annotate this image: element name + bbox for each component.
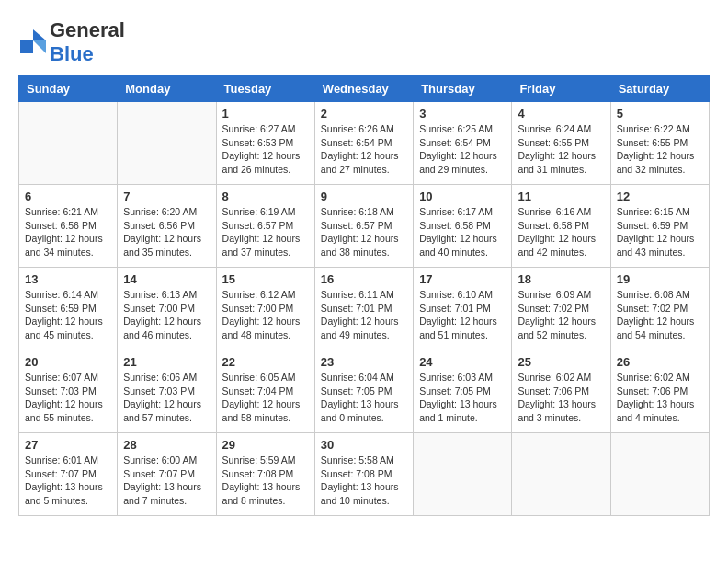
day-info: Sunrise: 6:02 AM Sunset: 7:06 PM Dayligh…	[518, 371, 604, 425]
calendar-cell: 17Sunrise: 6:10 AM Sunset: 7:01 PM Dayli…	[414, 268, 512, 350]
calendar-cell: 4Sunrise: 6:24 AM Sunset: 6:55 PM Daylig…	[512, 102, 610, 185]
calendar-cell: 7Sunrise: 6:20 AM Sunset: 6:56 PM Daylig…	[118, 185, 216, 268]
day-info: Sunrise: 6:19 AM Sunset: 6:57 PM Dayligh…	[222, 205, 309, 259]
header-wednesday: Wednesday	[314, 76, 413, 102]
week-row-4: 20Sunrise: 6:07 AM Sunset: 7:03 PM Dayli…	[19, 350, 710, 433]
day-info: Sunrise: 6:16 AM Sunset: 6:58 PM Dayligh…	[518, 205, 604, 259]
calendar-cell: 26Sunrise: 6:02 AM Sunset: 7:06 PM Dayli…	[610, 350, 709, 433]
day-info: Sunrise: 6:13 AM Sunset: 7:00 PM Dayligh…	[123, 288, 210, 342]
day-info: Sunrise: 6:12 AM Sunset: 7:00 PM Dayligh…	[222, 288, 309, 342]
calendar-cell: 19Sunrise: 6:08 AM Sunset: 7:02 PM Dayli…	[610, 268, 709, 350]
day-number: 6	[25, 190, 111, 203]
day-info: Sunrise: 6:26 AM Sunset: 6:54 PM Dayligh…	[321, 122, 407, 177]
calendar-cell: 10Sunrise: 6:17 AM Sunset: 6:58 PM Dayli…	[414, 185, 512, 268]
day-number: 25	[518, 355, 604, 369]
day-info: Sunrise: 6:04 AM Sunset: 7:05 PM Dayligh…	[321, 371, 407, 425]
logo-text: General Blue	[50, 18, 125, 66]
day-info: Sunrise: 6:27 AM Sunset: 6:53 PM Dayligh…	[222, 122, 309, 177]
day-number: 27	[25, 438, 111, 452]
day-number: 29	[222, 438, 309, 452]
calendar-cell: 9Sunrise: 6:18 AM Sunset: 6:57 PM Daylig…	[314, 185, 413, 268]
header-sunday: Sunday	[19, 76, 118, 102]
calendar-cell: 1Sunrise: 6:27 AM Sunset: 6:53 PM Daylig…	[216, 102, 314, 185]
day-number: 1	[222, 107, 309, 121]
week-row-3: 13Sunrise: 6:14 AM Sunset: 6:59 PM Dayli…	[19, 268, 710, 350]
calendar-cell	[610, 433, 709, 516]
calendar-cell	[118, 102, 216, 185]
day-number: 24	[419, 355, 506, 369]
day-info: Sunrise: 6:24 AM Sunset: 6:55 PM Dayligh…	[518, 122, 604, 177]
day-info: Sunrise: 6:00 AM Sunset: 7:07 PM Dayligh…	[123, 454, 210, 508]
day-info: Sunrise: 6:21 AM Sunset: 6:56 PM Dayligh…	[25, 205, 111, 259]
page-header: General Blue	[18, 18, 710, 66]
day-info: Sunrise: 6:06 AM Sunset: 7:03 PM Dayligh…	[123, 371, 210, 425]
day-info: Sunrise: 6:17 AM Sunset: 6:58 PM Dayligh…	[419, 205, 506, 259]
day-info: Sunrise: 6:03 AM Sunset: 7:05 PM Dayligh…	[419, 371, 506, 425]
calendar-cell	[512, 433, 610, 516]
day-number: 15	[222, 272, 309, 286]
day-info: Sunrise: 6:02 AM Sunset: 7:06 PM Dayligh…	[617, 371, 703, 425]
week-row-5: 27Sunrise: 6:01 AM Sunset: 7:07 PM Dayli…	[19, 433, 710, 516]
days-header-row: Sunday Monday Tuesday Wednesday Thursday…	[19, 76, 710, 102]
day-number: 23	[321, 355, 407, 369]
day-number: 30	[321, 438, 407, 452]
calendar-cell: 30Sunrise: 5:58 AM Sunset: 7:08 PM Dayli…	[314, 433, 413, 516]
calendar-cell	[19, 102, 118, 185]
day-number: 9	[321, 190, 407, 203]
day-number: 12	[617, 190, 703, 203]
calendar-cell: 29Sunrise: 5:59 AM Sunset: 7:08 PM Dayli…	[216, 433, 314, 516]
calendar-cell: 20Sunrise: 6:07 AM Sunset: 7:03 PM Dayli…	[19, 350, 118, 433]
header-saturday: Saturday	[610, 76, 709, 102]
day-info: Sunrise: 5:59 AM Sunset: 7:08 PM Dayligh…	[222, 454, 309, 508]
day-number: 18	[518, 272, 604, 286]
calendar-cell: 28Sunrise: 6:00 AM Sunset: 7:07 PM Dayli…	[118, 433, 216, 516]
day-info: Sunrise: 6:22 AM Sunset: 6:55 PM Dayligh…	[617, 122, 703, 177]
day-info: Sunrise: 6:08 AM Sunset: 7:02 PM Dayligh…	[617, 288, 703, 342]
svg-marker-2	[33, 40, 46, 53]
calendar-cell: 22Sunrise: 6:05 AM Sunset: 7:04 PM Dayli…	[216, 350, 314, 433]
calendar-cell: 23Sunrise: 6:04 AM Sunset: 7:05 PM Dayli…	[314, 350, 413, 433]
header-monday: Monday	[118, 76, 216, 102]
day-number: 4	[518, 107, 604, 121]
header-friday: Friday	[512, 76, 610, 102]
day-number: 19	[617, 272, 703, 286]
header-thursday: Thursday	[414, 76, 512, 102]
calendar-cell: 6Sunrise: 6:21 AM Sunset: 6:56 PM Daylig…	[19, 185, 118, 268]
day-number: 16	[321, 272, 407, 286]
svg-rect-0	[20, 40, 33, 53]
day-info: Sunrise: 6:05 AM Sunset: 7:04 PM Dayligh…	[222, 371, 309, 425]
calendar-cell: 13Sunrise: 6:14 AM Sunset: 6:59 PM Dayli…	[19, 268, 118, 350]
calendar-cell: 5Sunrise: 6:22 AM Sunset: 6:55 PM Daylig…	[610, 102, 709, 185]
calendar-cell: 25Sunrise: 6:02 AM Sunset: 7:06 PM Dayli…	[512, 350, 610, 433]
day-number: 21	[123, 355, 210, 369]
calendar-cell: 14Sunrise: 6:13 AM Sunset: 7:00 PM Dayli…	[118, 268, 216, 350]
calendar-cell: 2Sunrise: 6:26 AM Sunset: 6:54 PM Daylig…	[314, 102, 413, 185]
day-number: 3	[419, 107, 506, 121]
svg-marker-1	[33, 29, 46, 40]
calendar-cell: 16Sunrise: 6:11 AM Sunset: 7:01 PM Dayli…	[314, 268, 413, 350]
day-info: Sunrise: 5:58 AM Sunset: 7:08 PM Dayligh…	[321, 454, 407, 508]
day-number: 13	[25, 272, 111, 286]
day-info: Sunrise: 6:18 AM Sunset: 6:57 PM Dayligh…	[321, 205, 407, 259]
day-number: 7	[123, 190, 210, 203]
day-number: 20	[25, 355, 111, 369]
calendar-cell: 18Sunrise: 6:09 AM Sunset: 7:02 PM Dayli…	[512, 268, 610, 350]
calendar-cell: 12Sunrise: 6:15 AM Sunset: 6:59 PM Dayli…	[610, 185, 709, 268]
day-number: 2	[321, 107, 407, 121]
week-row-2: 6Sunrise: 6:21 AM Sunset: 6:56 PM Daylig…	[19, 185, 710, 268]
day-number: 28	[123, 438, 210, 452]
day-info: Sunrise: 6:25 AM Sunset: 6:54 PM Dayligh…	[419, 122, 506, 177]
calendar-cell	[414, 433, 512, 516]
calendar-cell: 27Sunrise: 6:01 AM Sunset: 7:07 PM Dayli…	[19, 433, 118, 516]
day-number: 11	[518, 190, 604, 203]
day-number: 17	[419, 272, 506, 286]
day-info: Sunrise: 6:20 AM Sunset: 6:56 PM Dayligh…	[123, 205, 210, 259]
day-info: Sunrise: 6:15 AM Sunset: 6:59 PM Dayligh…	[617, 205, 703, 259]
header-tuesday: Tuesday	[216, 76, 314, 102]
week-row-1: 1Sunrise: 6:27 AM Sunset: 6:53 PM Daylig…	[19, 102, 710, 185]
day-info: Sunrise: 6:07 AM Sunset: 7:03 PM Dayligh…	[25, 371, 111, 425]
day-number: 5	[617, 107, 703, 121]
day-info: Sunrise: 6:11 AM Sunset: 7:01 PM Dayligh…	[321, 288, 407, 342]
logo: General Blue	[18, 18, 125, 66]
day-info: Sunrise: 6:10 AM Sunset: 7:01 PM Dayligh…	[419, 288, 506, 342]
